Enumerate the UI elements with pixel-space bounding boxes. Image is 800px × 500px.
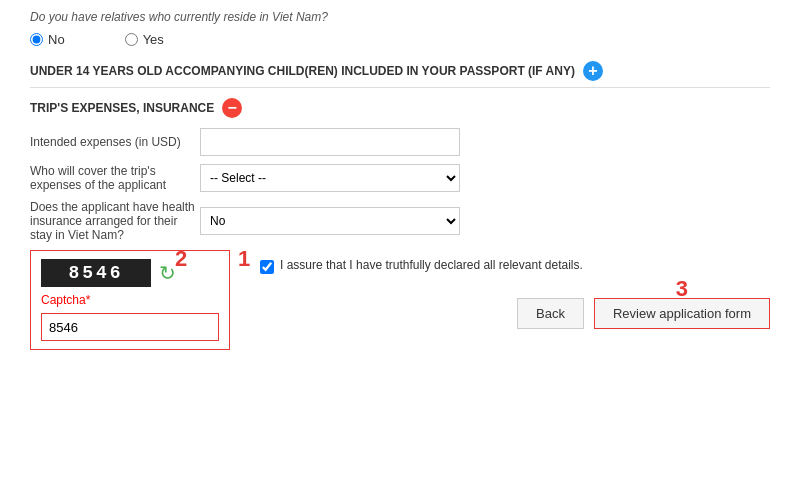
who-cover-label: Who will cover the trip's expenses of th… <box>30 164 200 192</box>
badge-2: 2 <box>175 246 187 272</box>
radio-row: No Yes <box>30 32 770 47</box>
captcha-input[interactable] <box>41 313 219 341</box>
right-section: 1 I assure that I have truthfully declar… <box>260 250 770 350</box>
bottom-section: 2 8546 ↻ Captcha* 1 I assure that I have… <box>30 250 770 350</box>
review-button[interactable]: Review application form <box>594 298 770 329</box>
page-container: Do you have relatives who currently resi… <box>0 0 800 500</box>
radio-no-option[interactable]: No <box>30 32 65 47</box>
who-cover-select[interactable]: -- Select -- <box>200 164 460 192</box>
radio-yes-option[interactable]: Yes <box>125 32 164 47</box>
radio-yes[interactable] <box>125 33 138 46</box>
add-children-button[interactable]: + <box>583 61 603 81</box>
assure-container: 1 I assure that I have truthfully declar… <box>260 250 770 274</box>
review-button-container: 3 Review application form <box>594 298 770 329</box>
top-question: Do you have relatives who currently resi… <box>30 10 770 24</box>
captcha-label: Captcha* <box>41 293 219 307</box>
badge-1: 1 <box>238 246 250 272</box>
assure-text: I assure that I have truthfully declared… <box>280 258 583 272</box>
remove-trip-button[interactable]: − <box>222 98 242 118</box>
radio-yes-label: Yes <box>143 32 164 47</box>
assure-row: I assure that I have truthfully declared… <box>260 258 770 274</box>
trip-section-header: TRIP'S EXPENSES, INSURANCE − <box>30 98 770 118</box>
back-button[interactable]: Back <box>517 298 584 329</box>
health-insurance-row: Does the applicant have health insurance… <box>30 200 770 242</box>
trip-section-label: TRIP'S EXPENSES, INSURANCE <box>30 101 214 115</box>
intended-expenses-row: Intended expenses (in USD) <box>30 128 770 156</box>
captcha-image: 8546 <box>41 259 151 287</box>
radio-no-label: No <box>48 32 65 47</box>
radio-no[interactable] <box>30 33 43 46</box>
who-cover-row: Who will cover the trip's expenses of th… <box>30 164 770 192</box>
children-section-label: UNDER 14 YEARS OLD ACCOMPANYING CHILD(RE… <box>30 64 575 78</box>
health-insurance-label: Does the applicant have health insurance… <box>30 200 200 242</box>
badge-3: 3 <box>676 276 688 302</box>
assure-checkbox[interactable] <box>260 260 274 274</box>
captcha-refresh-button[interactable]: ↻ <box>159 261 176 285</box>
children-section-header: UNDER 14 YEARS OLD ACCOMPANYING CHILD(RE… <box>30 61 770 81</box>
intended-expenses-input[interactable] <box>200 128 460 156</box>
captcha-box: 8546 ↻ Captcha* <box>30 250 230 350</box>
intended-expenses-label: Intended expenses (in USD) <box>30 135 200 149</box>
health-insurance-select[interactable]: No <box>200 207 460 235</box>
captcha-image-row: 8546 ↻ <box>41 259 219 287</box>
buttons-row: Back 3 Review application form <box>260 298 770 329</box>
